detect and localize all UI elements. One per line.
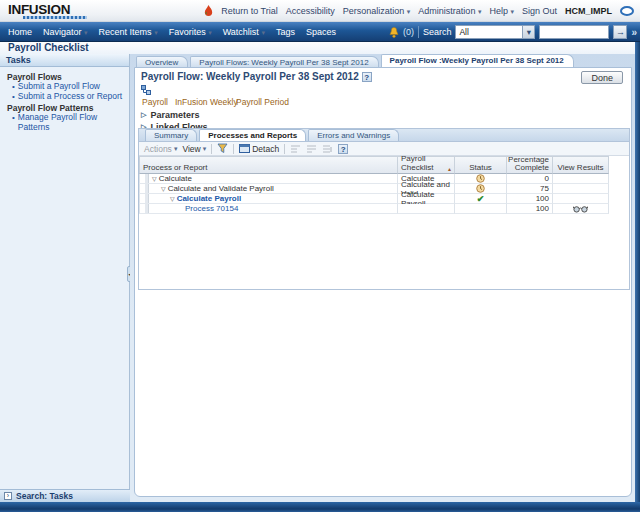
detach-button[interactable]: Detach (239, 144, 279, 154)
nav-tags[interactable]: Tags (276, 27, 295, 37)
chevron-down-icon: ▾ (203, 145, 207, 153)
global-header: INFUSION Return to Trial Accessibility P… (0, 0, 640, 22)
notification-count: (0) (403, 27, 414, 37)
return-to-trial-link[interactable]: Return to Trial (221, 6, 278, 16)
table-row: ▽Calculate Calculate 0 (139, 174, 609, 184)
payroll-label: Payroll (142, 97, 168, 107)
nav-watchlist[interactable]: Watchlist ▾ (223, 27, 265, 37)
bullet-icon: • (12, 82, 15, 92)
divider (211, 144, 212, 154)
search-tasks-footer[interactable]: › Search: Tasks (0, 489, 130, 502)
tree-expand-icon[interactable]: ▽ (170, 195, 175, 202)
column-view-results[interactable]: View Results (553, 156, 609, 174)
search-tasks-label: Search: Tasks (16, 491, 73, 501)
link-manage-payroll-flow-patterns[interactable]: Manage Payroll Flow Patterns (18, 113, 125, 132)
column-payroll-checklist[interactable]: Payroll Checklist▴ (398, 156, 455, 174)
status-completed-icon: ✔ (455, 194, 507, 204)
tree-expand-icon[interactable]: ▽ (152, 175, 157, 182)
process-name-link[interactable]: Process 70154 (185, 204, 238, 213)
view-results-glasses-icon[interactable] (553, 204, 609, 214)
divider (418, 26, 419, 38)
percentage-cell: 100 (507, 204, 553, 214)
query-by-example-icon[interactable] (217, 143, 228, 154)
link-submit-process-or-report[interactable]: Submit a Process or Report (18, 92, 122, 102)
tree-expand-icon[interactable]: ▽ (161, 185, 166, 192)
view-menu[interactable]: View▾ (182, 144, 206, 154)
chevron-down-icon: ▾ (522, 26, 534, 38)
tasks-sidebar: Tasks Payroll Flows •Submit a Payroll Fl… (0, 54, 130, 502)
checklist-cell (398, 204, 455, 214)
navbar-search-area: (0) Search All ▾ → » (389, 22, 637, 42)
notification-bell-icon[interactable] (389, 27, 399, 38)
chat-oval-icon[interactable] (620, 6, 634, 16)
help-menu[interactable]: Help ▾ (489, 6, 514, 16)
personalization-menu[interactable]: Personalization ▾ (343, 6, 411, 16)
actions-menu[interactable]: Actions▾ (144, 144, 177, 154)
go-up-icon[interactable] (290, 144, 301, 154)
search-scope-select[interactable]: All ▾ (455, 25, 535, 39)
status-cell (455, 204, 507, 214)
help-icon[interactable]: ? (338, 144, 348, 154)
subtab-processes-and-reports[interactable]: Processes and Reports (199, 129, 306, 141)
view-results-cell (553, 194, 609, 204)
main-navbar: Home Navigator ▾ Recent Items ▾ Favorite… (0, 22, 640, 42)
checklist-cell: Calculate Payroll (398, 194, 455, 204)
logo-underline (23, 16, 87, 19)
percentage-cell: 100 (507, 194, 553, 204)
flow-hierarchy-icon[interactable] (141, 85, 151, 97)
main-region: Overview Payroll Flows: Weekly Payroll P… (130, 54, 635, 502)
tasks-panel-header[interactable]: Tasks (0, 54, 129, 67)
administration-menu[interactable]: Administration ▾ (418, 6, 481, 16)
subtab-bar: Summary Processes and Reports Errors and… (139, 129, 629, 142)
subtab-summary[interactable]: Summary (145, 129, 197, 141)
tab-payroll-flows[interactable]: Payroll Flows: Weekly Payroll Per 38 Sep… (190, 56, 378, 67)
show-as-top-icon[interactable] (322, 144, 333, 154)
flow-heading: Payroll Flow: Weekly Payroll Per 38 Sept… (141, 71, 372, 82)
page-title-row: Payroll Checklist (0, 42, 635, 54)
global-search-input[interactable] (539, 25, 609, 39)
window-bottom-bar (0, 502, 640, 512)
tasks-panel-body: Payroll Flows •Submit a Payroll Flow •Su… (0, 67, 129, 132)
page-title: Payroll Checklist (8, 42, 89, 53)
payroll-value: InFusion Weekly (175, 97, 238, 107)
global-header-links: Return to Trial Accessibility Personaliz… (204, 0, 634, 22)
divider (233, 144, 234, 154)
chevron-down-icon: ▾ (261, 29, 265, 36)
chevron-down-icon: ▾ (154, 29, 158, 36)
advanced-search-icon[interactable]: » (631, 27, 637, 38)
subtab-errors-and-warnings[interactable]: Errors and Warnings (308, 129, 399, 141)
done-button[interactable]: Done (581, 71, 623, 84)
table-row: Process 70154 100 (139, 204, 609, 214)
processes-subpanel: Summary Processes and Reports Errors and… (138, 128, 630, 290)
table-row: ▽Calculate Payroll Calculate Payroll ✔ 1… (139, 194, 609, 204)
nav-spaces[interactable]: Spaces (306, 27, 336, 37)
go-to-top-icon[interactable] (306, 144, 317, 154)
status-in-progress-icon (455, 184, 507, 194)
column-status[interactable]: Status (455, 156, 507, 174)
sign-out-link[interactable]: Sign Out (522, 6, 557, 16)
nav-navigator[interactable]: Navigator ▾ (43, 27, 88, 37)
nav-favorites[interactable]: Favorites ▾ (169, 27, 212, 37)
expand-icon[interactable]: › (4, 492, 12, 500)
row-header-strip (145, 184, 149, 193)
flow-info-row: Payroll InFusion Weekly Payroll Period (142, 97, 622, 107)
tab-overview[interactable]: Overview (136, 56, 188, 67)
processes-table: Process or Report Payroll Checklist▴ Sta… (139, 156, 609, 214)
column-percentage-complete[interactable]: Percentage Complete (507, 156, 553, 174)
main-tab-bar: Overview Payroll Flows: Weekly Payroll P… (136, 54, 574, 67)
chevron-down-icon: ▾ (478, 8, 482, 15)
nav-recent-items[interactable]: Recent Items ▾ (99, 27, 158, 37)
tab-payroll-flow-active[interactable]: Payroll Flow :Weekly Payroll Per 38 Sept… (381, 54, 574, 67)
view-results-cell (553, 184, 609, 194)
process-name-link[interactable]: Calculate Payroll (177, 194, 241, 203)
row-header-strip (145, 174, 149, 183)
search-go-button[interactable]: → (613, 25, 627, 39)
section-parameters[interactable]: ▷ Parameters (141, 110, 199, 120)
table-row: ▽Calculate and Validate Payroll Calculat… (139, 184, 609, 194)
nav-home[interactable]: Home (8, 27, 32, 37)
sort-ascending-icon: ▴ (448, 165, 451, 172)
accessibility-link[interactable]: Accessibility (286, 6, 335, 16)
help-icon[interactable]: ? (362, 72, 372, 82)
column-process-or-report[interactable]: Process or Report (139, 156, 398, 174)
table-header-row: Process or Report Payroll Checklist▴ Sta… (139, 156, 609, 174)
